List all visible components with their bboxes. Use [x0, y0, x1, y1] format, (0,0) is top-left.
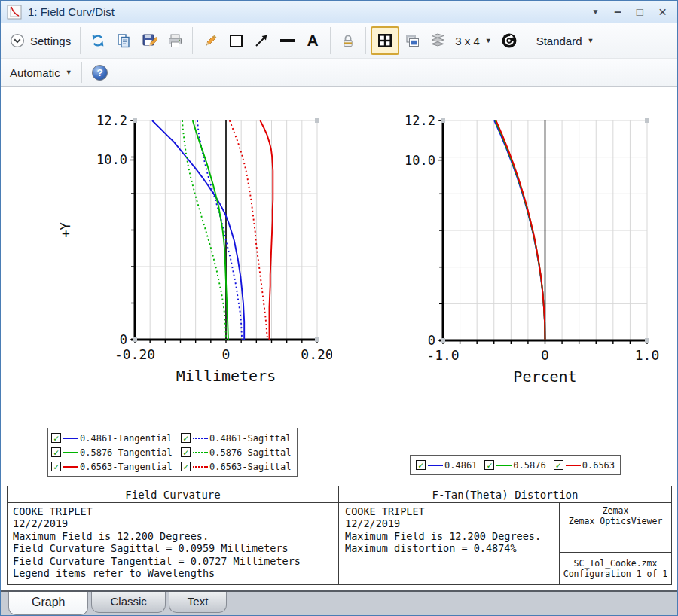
distortion-summary: COOKE TRIPLET 12/2/2019 Maximum Field is… — [339, 503, 559, 584]
layers-icon — [429, 32, 446, 49]
window-split-icon — [377, 32, 393, 49]
legend-checkbox[interactable]: ✓ — [181, 433, 191, 443]
legend-checkbox[interactable]: ✓ — [416, 460, 426, 470]
legend-item: ✓ 0.5876-Sagittal — [181, 445, 295, 459]
legend-label: 0.6563-Sagittal — [209, 462, 291, 472]
cascade-windows-button[interactable] — [399, 26, 425, 55]
svg-text:?: ? — [96, 67, 102, 78]
legend-checkbox[interactable]: ✓ — [554, 460, 563, 470]
line-icon — [280, 39, 295, 42]
window-menu-icon[interactable]: ▼ — [591, 8, 599, 16]
reset-view-button[interactable] — [496, 26, 522, 55]
distortion-chart: -1.001.012.210.00Percent — [376, 105, 673, 390]
configuration-label: Configuration 1 of 1 — [563, 569, 667, 579]
tab-classic[interactable]: Classic — [91, 592, 165, 613]
save-button[interactable] — [136, 26, 162, 55]
cascade-windows-icon — [405, 33, 420, 49]
arrow-tool-button[interactable] — [249, 26, 274, 55]
check-icon: ✓ — [556, 461, 561, 470]
svg-text:0.20: 0.20 — [301, 346, 332, 362]
check-icon: ✓ — [418, 461, 423, 470]
lock-button[interactable] — [335, 26, 361, 55]
reset-view-icon — [501, 32, 518, 49]
legend-checkbox[interactable]: ✓ — [51, 447, 61, 457]
check-icon: ✓ — [53, 434, 59, 443]
svg-text:+Y: +Y — [58, 222, 73, 237]
close-icon[interactable]: × — [658, 5, 667, 19]
legend-checkbox[interactable]: ✓ — [51, 462, 61, 471]
table-header-field-curvature: Field Curvature — [8, 486, 339, 503]
svg-text:12.2: 12.2 — [96, 113, 127, 128]
legend-label: 0.5876-Tangential — [80, 447, 173, 458]
text-tool-button[interactable]: A — [300, 26, 325, 55]
toolbar-main: Settings — [1, 23, 677, 59]
distortion-legend: ✓ 0.4861 ✓ 0.5876 ✓ 0.6563 — [410, 455, 621, 475]
mode-label: Automatic — [10, 66, 60, 79]
legend-checkbox[interactable]: ✓ — [181, 447, 191, 457]
grid-size-dropdown[interactable]: 3 x 4 ▼ — [450, 26, 496, 55]
toolbar-separator — [330, 27, 331, 54]
svg-text:0: 0 — [120, 332, 127, 347]
help-button[interactable]: ? — [87, 58, 113, 87]
svg-text:0: 0 — [541, 347, 549, 363]
mode-dropdown[interactable]: Automatic ▼ — [5, 58, 77, 87]
brand-line: Zemax — [603, 505, 629, 516]
minimize-icon[interactable]: – — [614, 5, 621, 18]
settings-label: Settings — [30, 35, 71, 47]
svg-text:1.0: 1.0 — [635, 347, 660, 363]
field-curvature-legend: ✓ 0.4861-Tangential ✓ 0.4861-Sagittal ✓ … — [47, 428, 298, 477]
help-icon: ? — [91, 64, 108, 81]
pencil-tool-button[interactable] — [197, 26, 223, 55]
legend-line-sample — [63, 438, 78, 439]
check-icon: ✓ — [487, 461, 492, 470]
rectangle-tool-button[interactable] — [223, 26, 249, 55]
window-split-button[interactable] — [371, 26, 399, 55]
layers-button[interactable] — [425, 26, 450, 55]
toolbar-separator — [81, 62, 82, 83]
summary-line: Legend items refer to Wavelengths — [13, 567, 333, 579]
table-header-distortion: F-Tan(Theta) Distortion — [339, 486, 671, 503]
legend-line-sample — [566, 465, 581, 466]
titlebar: 1: Field Curv/Dist ▼ – □ × — [1, 1, 677, 23]
legend-checkbox[interactable]: ✓ — [51, 433, 61, 443]
file-name: SC_Tol_Cooke.zmx — [574, 558, 658, 569]
legend-item: ✓ 0.5876 — [484, 458, 545, 472]
caret-down-icon: ▼ — [66, 69, 72, 76]
pencil-icon — [203, 33, 218, 49]
tab-text[interactable]: Text — [169, 592, 228, 613]
copy-button[interactable] — [111, 26, 136, 55]
tab-graph[interactable]: Graph — [8, 592, 88, 615]
toolbar-separator — [192, 27, 193, 54]
legend-item: ✓ 0.6563 — [554, 458, 615, 472]
summary-line: COOKE TRIPLET — [13, 505, 333, 517]
legend-checkbox[interactable]: ✓ — [484, 460, 494, 470]
summary-line: 12/2/2019 — [13, 517, 333, 529]
results-table: Field Curvature F-Tan(Theta) Distortion … — [7, 486, 672, 585]
svg-text:-0.20: -0.20 — [115, 346, 155, 362]
layout-preset-label: Standard — [536, 35, 582, 47]
text-icon: A — [307, 32, 319, 50]
print-button[interactable] — [162, 26, 188, 55]
svg-text:0: 0 — [222, 346, 231, 362]
settings-button[interactable]: Settings — [5, 26, 75, 55]
legend-label: 0.4861-Sagittal — [209, 433, 291, 444]
legend-item: ✓ 0.4861-Sagittal — [181, 431, 295, 445]
app-window: 1: Field Curv/Dist ▼ – □ × Settings — [0, 0, 678, 616]
legend-checkbox[interactable]: ✓ — [181, 462, 191, 471]
legend-line-sample — [63, 466, 78, 468]
legend-item: ✓ 0.4861-Tangential — [51, 431, 181, 445]
legend-item: ✓ 0.6563-Sagittal — [181, 459, 295, 474]
line-tool-button[interactable] — [274, 26, 300, 55]
check-icon: ✓ — [53, 462, 59, 471]
legend-line-sample — [63, 452, 78, 453]
refresh-button[interactable] — [85, 26, 111, 55]
legend-item: ✓ 0.5876-Tangential — [51, 445, 181, 459]
layout-preset-dropdown[interactable]: Standard ▼ — [532, 26, 599, 55]
legend-line-sample — [428, 465, 443, 466]
maximize-icon[interactable]: □ — [637, 6, 643, 17]
window-title: 1: Field Curv/Dist — [28, 5, 585, 18]
caret-down-icon: ▼ — [485, 37, 492, 44]
legend-line-sample — [193, 438, 208, 439]
chevron-down-circle-icon — [10, 33, 25, 48]
summary-line: Maximum distortion = 0.4874% — [345, 542, 553, 554]
